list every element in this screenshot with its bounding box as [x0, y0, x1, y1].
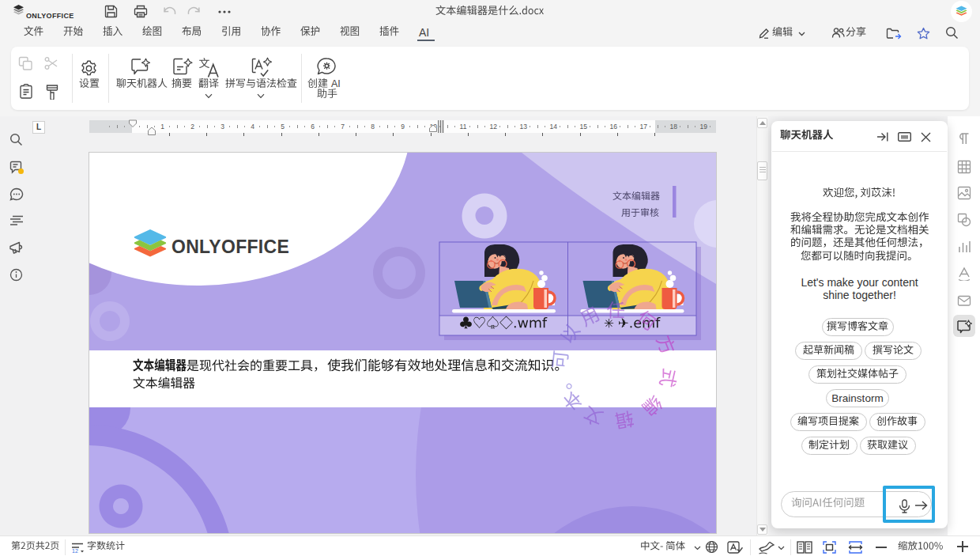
svg-text:12: 12 — [72, 548, 78, 554]
